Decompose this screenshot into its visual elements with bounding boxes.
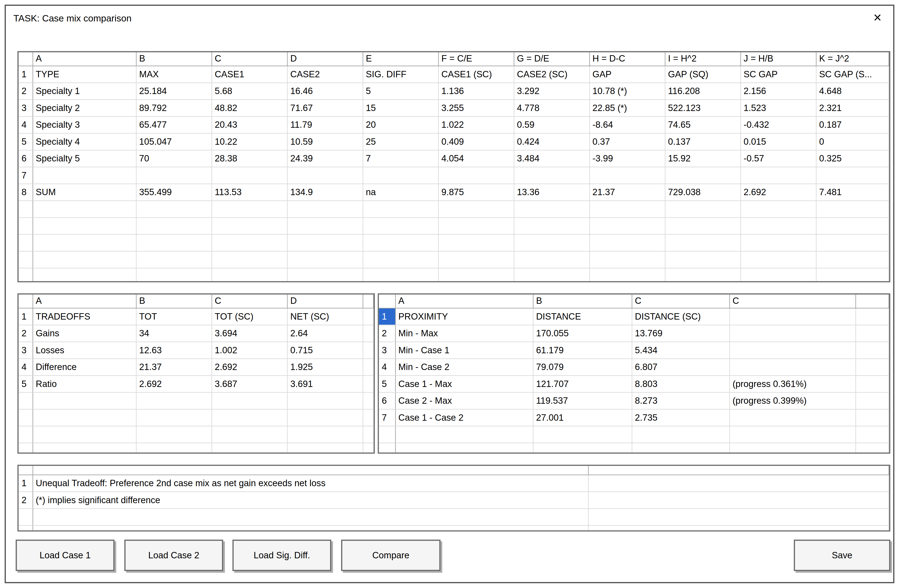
cell[interactable]: 0.37: [589, 133, 665, 150]
row-number[interactable]: 3: [19, 341, 32, 358]
cell[interactable]: [665, 167, 740, 184]
cell[interactable]: 12.63: [136, 341, 212, 358]
cell[interactable]: 1.022: [438, 116, 513, 133]
col-header[interactable]: B: [533, 295, 632, 308]
cell[interactable]: Ratio: [32, 375, 136, 392]
cell[interactable]: Specialty 1: [32, 82, 136, 99]
col-header[interactable]: A: [395, 295, 533, 308]
col-header[interactable]: E: [363, 52, 438, 66]
row-number[interactable]: 2: [379, 325, 395, 341]
cell[interactable]: 21.37: [589, 184, 665, 200]
cell[interactable]: [32, 167, 136, 184]
cell[interactable]: -8.64: [589, 116, 665, 133]
cell[interactable]: 170.055: [533, 325, 632, 341]
cell[interactable]: [438, 167, 513, 184]
col-header[interactable]: B: [136, 295, 212, 308]
cell[interactable]: Losses: [32, 341, 136, 358]
col-header[interactable]: F = C/E: [438, 52, 513, 66]
cell[interactable]: DISTANCE (SC): [632, 308, 729, 324]
cell[interactable]: CASE1: [212, 66, 287, 82]
cell[interactable]: 4.778: [514, 99, 589, 116]
col-header[interactable]: J = H/B: [740, 52, 816, 66]
cell[interactable]: Specialty 3: [32, 116, 136, 133]
cell[interactable]: 0.015: [740, 133, 816, 150]
cell[interactable]: 16.46: [287, 82, 363, 99]
row-number[interactable]: 2: [19, 82, 32, 99]
col-header[interactable]: A: [32, 52, 136, 66]
cell[interactable]: 74.65: [665, 116, 740, 133]
note-cell[interactable]: Unequal Tradeoff: Preference 2nd case mi…: [32, 475, 588, 491]
cell[interactable]: SIG. DIFF: [363, 66, 438, 82]
col-header[interactable]: C: [632, 295, 729, 308]
cell[interactable]: 1.002: [212, 341, 287, 358]
cell[interactable]: 3.484: [514, 150, 589, 167]
cell[interactable]: 10.22: [212, 133, 287, 150]
row-number[interactable]: 4: [19, 116, 32, 133]
row-number[interactable]: 4: [19, 358, 32, 375]
col-header[interactable]: C: [212, 52, 287, 66]
cell[interactable]: 2.64: [287, 325, 363, 341]
cell[interactable]: MAX: [136, 66, 212, 82]
cell[interactable]: (progress 0.361%): [729, 375, 856, 392]
cell[interactable]: 1.136: [438, 82, 513, 99]
cell[interactable]: Min - Max: [395, 325, 533, 341]
cell[interactable]: 3.691: [287, 375, 363, 392]
cell[interactable]: Case 1 - Case 2: [395, 409, 533, 426]
cell[interactable]: SC GAP (S...: [816, 66, 889, 82]
col-header[interactable]: D: [287, 52, 363, 66]
cell[interactable]: Difference: [32, 358, 136, 375]
cell[interactable]: [729, 308, 856, 324]
col-header[interactable]: C: [212, 295, 287, 308]
cell[interactable]: CASE1 (SC): [438, 66, 513, 82]
row-number[interactable]: 1: [19, 66, 32, 82]
cell[interactable]: GAP: [589, 66, 665, 82]
cell[interactable]: [729, 341, 856, 358]
cell[interactable]: 61.179: [533, 341, 632, 358]
cell[interactable]: 4.648: [816, 82, 889, 99]
note-cell[interactable]: (*) implies significant difference: [32, 491, 588, 508]
cell[interactable]: 134.9: [287, 184, 363, 200]
cell[interactable]: [740, 167, 816, 184]
row-number[interactable]: 3: [19, 99, 32, 116]
cell[interactable]: [589, 167, 665, 184]
cell[interactable]: 10.78 (*): [589, 82, 665, 99]
cell[interactable]: [729, 409, 856, 426]
cell[interactable]: 3.687: [212, 375, 287, 392]
cell[interactable]: 21.37: [136, 358, 212, 375]
cell[interactable]: 355.499: [136, 184, 212, 200]
cell[interactable]: NET (SC): [287, 308, 363, 324]
cell[interactable]: 5: [363, 82, 438, 99]
cell[interactable]: [363, 167, 438, 184]
cell[interactable]: 65.477: [136, 116, 212, 133]
cell[interactable]: 15: [363, 99, 438, 116]
col-header[interactable]: H = D-C: [589, 52, 665, 66]
cell[interactable]: 0.424: [514, 133, 589, 150]
cell[interactable]: na: [363, 184, 438, 200]
col-header[interactable]: G = D/E: [514, 52, 589, 66]
row-number[interactable]: 5: [379, 375, 395, 392]
cell[interactable]: 0.715: [287, 341, 363, 358]
col-header[interactable]: D: [287, 295, 363, 308]
save-button[interactable]: Save: [794, 540, 890, 571]
cell[interactable]: GAP (SQ): [665, 66, 740, 82]
cell[interactable]: 20.43: [212, 116, 287, 133]
cell[interactable]: Specialty 5: [32, 150, 136, 167]
row-number[interactable]: 7: [19, 167, 32, 184]
close-button[interactable]: ×: [869, 9, 886, 26]
cell[interactable]: 1.523: [740, 99, 816, 116]
cell[interactable]: 7.481: [816, 184, 889, 200]
cell[interactable]: 4.054: [438, 150, 513, 167]
row-number[interactable]: 6: [19, 150, 32, 167]
cell[interactable]: 13.769: [632, 325, 729, 341]
cell[interactable]: 2.156: [740, 82, 816, 99]
cell[interactable]: 48.82: [212, 99, 287, 116]
cell[interactable]: 15.92: [665, 150, 740, 167]
cell[interactable]: TOT: [136, 308, 212, 324]
cell[interactable]: 79.079: [533, 358, 632, 375]
cell[interactable]: 3.292: [514, 82, 589, 99]
cell[interactable]: [212, 167, 287, 184]
cell[interactable]: 3.255: [438, 99, 513, 116]
load-sig-diff-button[interactable]: Load Sig. Diff.: [232, 540, 331, 571]
cell[interactable]: 0.137: [665, 133, 740, 150]
col-header[interactable]: B: [136, 52, 212, 66]
